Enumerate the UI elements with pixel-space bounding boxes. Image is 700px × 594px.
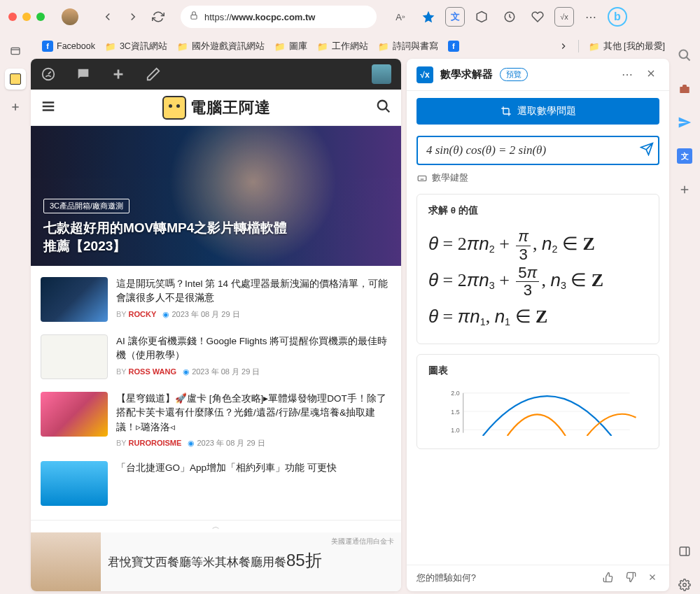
feedback-prompt: 您的體驗如何? <box>416 572 476 584</box>
bookmark-item[interactable]: 📁圖庫 <box>274 41 307 52</box>
history-button[interactable] <box>498 6 521 28</box>
address-bar[interactable]: https://www.kocpc.com.tw <box>181 6 377 28</box>
reload-button[interactable] <box>148 7 168 27</box>
svg-text:1.0: 1.0 <box>451 427 459 434</box>
sidebar-settings-button[interactable] <box>676 576 694 594</box>
favorite-star-icon[interactable] <box>417 6 440 28</box>
menu-button[interactable] <box>41 99 57 117</box>
bookmark-item[interactable]: 📁3C資訊網站 <box>105 41 167 52</box>
preview-badge: 預覽 <box>500 68 528 81</box>
svg-rect-5 <box>680 547 690 556</box>
article-thumbnail <box>41 392 108 437</box>
math-solver-toolbar-icon[interactable]: √x <box>554 7 574 27</box>
sidebar-translate-icon[interactable]: 文 <box>676 147 694 165</box>
svg-rect-4 <box>680 87 690 93</box>
bing-chat-button[interactable]: b <box>608 7 627 27</box>
article-list: 這是開玩笑嗎？Intel 第 14 代處理器最新洩漏的價格清單，可能會讓很多人不… <box>31 266 401 520</box>
solution-line: θ = 2πn2 + π3, n2 ∈ Z <box>428 227 648 263</box>
article-thumbnail <box>41 277 108 322</box>
article-meta: BY ROSS WANG ◉ 2023 年 08 月 29 日 <box>116 366 391 378</box>
submit-icon[interactable] <box>640 142 654 159</box>
user-avatar[interactable] <box>372 64 391 84</box>
tab-actions-button[interactable] <box>5 41 26 62</box>
close-feedback-icon[interactable] <box>645 570 659 586</box>
hero-category: 3C產品開箱/廠商邀測 <box>43 199 130 213</box>
math-input[interactable] <box>416 136 659 165</box>
more-button[interactable]: ⋯ <box>580 6 602 28</box>
article-item[interactable]: 這是開玩笑嗎？Intel 第 14 代處理器最新洩漏的價格清單，可能會讓很多人不… <box>41 277 391 322</box>
math-input-wrap <box>416 136 659 165</box>
bookmark-item[interactable]: fFacebook <box>42 41 95 52</box>
math-keyboard-link[interactable]: 數學鍵盤 <box>416 172 659 184</box>
minimize-window-button[interactable] <box>22 13 31 21</box>
svg-point-8 <box>378 100 387 109</box>
more-icon[interactable]: ⋯ <box>619 65 636 84</box>
bookmarks-bar: fFacebook 📁3C資訊網站 📁國外遊戲資訊網站 📁圖庫 📁工作網站 📁詩… <box>0 34 700 59</box>
article-item[interactable]: 【星穹鐵道】🚀盧卡 [角色全攻略]▸單體爆發物理DOT手！除了搭配卡芙卡還有什麼… <box>41 392 391 448</box>
article-item[interactable]: 「台北捷運GO」App增加「相約列車」功能 可更快 <box>41 461 391 506</box>
comment-icon[interactable] <box>76 66 91 82</box>
svg-rect-2 <box>11 48 20 54</box>
dashboard-icon[interactable] <box>41 66 56 82</box>
profile-avatar[interactable] <box>62 8 78 25</box>
ad-banner[interactable]: 美國運通信用白金卡 君悅寶艾西餐廳等米其林餐廳用餐85折 <box>31 532 401 591</box>
thumbs-down-icon[interactable] <box>623 570 638 587</box>
bookmark-item[interactable]: f <box>448 41 459 52</box>
math-panel-header: √x 數學求解器 預覽 ⋯ <box>407 59 669 91</box>
article-meta: BY ROCKY ◉ 2023 年 08 月 29 日 <box>116 309 391 320</box>
close-icon[interactable] <box>643 65 659 85</box>
new-tab-button[interactable] <box>5 97 26 118</box>
text-size-button[interactable]: A» <box>389 6 412 28</box>
lock-icon <box>189 10 199 23</box>
math-panel-title: 數學求解器 <box>440 68 493 81</box>
logo-icon <box>162 96 186 120</box>
chart-card: 圖表 2.0 1.5 1.0 <box>416 354 659 449</box>
sidebar-add-button[interactable] <box>676 181 694 199</box>
bookmark-item[interactable]: 📁詩詞與書寫 <box>378 41 438 52</box>
page-body: 3C產品開箱/廠商邀測 七款超好用的MOV轉MP4之影片轉檔軟體推薦【2023】… <box>31 126 401 591</box>
thumbs-up-icon[interactable] <box>601 570 616 587</box>
sidebar-send-icon[interactable] <box>676 113 694 132</box>
folder-icon: 📁 <box>589 41 600 52</box>
collections-button[interactable] <box>470 6 493 28</box>
article-title: AI 讓你更省機票錢！Google Flights 將可提醒你買機票的最佳時機（… <box>116 334 391 363</box>
article-thumbnail <box>41 461 108 506</box>
collapse-toggle[interactable]: ︿ <box>31 520 401 532</box>
site-logo[interactable]: 電腦王阿達 <box>57 96 376 120</box>
vertical-tabs-strip <box>0 34 31 594</box>
bookmark-item[interactable]: 📁國外遊戲資訊網站 <box>177 41 265 52</box>
solution-card: 求解 θ 的值 θ = 2πn2 + π3, n2 ∈ Z θ = 2πn3 +… <box>416 194 659 344</box>
bookmark-overflow-button[interactable] <box>559 41 568 51</box>
translate-button[interactable]: 文 <box>445 7 465 27</box>
sidebar-layout-button[interactable] <box>676 542 694 560</box>
hero-title: 七款超好用的MOV轉MP4之影片轉檔軟體推薦【2023】 <box>43 219 388 256</box>
article-meta: BY RUROROISME ◉ 2023 年 08 月 29 日 <box>116 437 391 449</box>
solution-line: θ = 2πn3 + 5π3, n3 ∈ Z <box>428 263 648 299</box>
sidebar-tools-icon[interactable] <box>676 80 694 98</box>
math-results-scroll[interactable]: 求解 θ 的值 θ = 2πn2 + π3, n2 ∈ Z θ = 2πn3 +… <box>407 194 669 565</box>
back-button[interactable] <box>98 7 118 27</box>
performance-button[interactable] <box>526 6 549 28</box>
facebook-icon: f <box>448 41 459 52</box>
sidebar-search-icon[interactable] <box>676 46 694 64</box>
article-item[interactable]: AI 讓你更省機票錢！Google Flights 將可提醒你買機票的最佳時機（… <box>41 334 391 379</box>
add-icon[interactable] <box>111 66 126 82</box>
maximize-window-button[interactable] <box>36 13 45 21</box>
webpage-pane: 電腦王阿達 3C產品開箱/廠商邀測 七款超好用的MOV轉MP4之影片轉檔軟體推薦… <box>31 59 401 591</box>
folder-icon: 📁 <box>274 41 286 52</box>
article-thumbnail <box>41 334 108 379</box>
other-bookmarks-button[interactable]: 📁其他 [我的最愛] <box>589 41 665 52</box>
article-title: 【星穹鐵道】🚀盧卡 [角色全攻略]▸單體爆發物理DOT手！除了搭配卡芙卡還有什麼… <box>116 392 391 434</box>
site-search-button[interactable] <box>376 99 391 117</box>
close-window-button[interactable] <box>8 13 17 21</box>
select-math-problem-button[interactable]: 選取數學問題 <box>416 98 659 125</box>
tab-item[interactable] <box>5 69 26 90</box>
bookmark-item[interactable]: 📁工作網站 <box>317 41 368 52</box>
site-header: 電腦王阿達 <box>31 90 401 126</box>
svg-rect-9 <box>418 176 426 181</box>
forward-button[interactable] <box>123 7 143 27</box>
folder-icon: 📁 <box>105 41 116 52</box>
math-solver-icon: √x <box>416 66 433 83</box>
hero-article[interactable]: 3C產品開箱/廠商邀測 七款超好用的MOV轉MP4之影片轉檔軟體推薦【2023】 <box>31 126 401 266</box>
edit-icon[interactable] <box>146 66 161 82</box>
